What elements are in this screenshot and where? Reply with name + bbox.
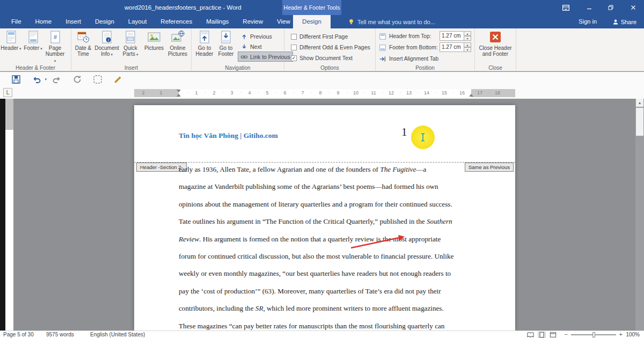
button-online-pictures[interactable]: Online Pictures — [166, 28, 189, 63]
document-canvas: Tin học Văn Phòng | Gitiho.com 1 Header … — [0, 99, 644, 330]
group-close: Close Header and Footer Close — [475, 28, 516, 71]
close-button[interactable] — [624, 0, 643, 15]
minimize-button[interactable] — [580, 0, 599, 15]
horizontal-ruler[interactable]: ·····················2112345678910111213… — [134, 89, 515, 97]
checkbox-label: Different First Page — [299, 33, 348, 40]
quick-access-toolbar: ▾ — [0, 72, 644, 87]
zoom-in-button[interactable]: + — [619, 331, 623, 338]
button-label: Quick Parts ▾ — [119, 45, 142, 57]
button-date-time[interactable]: Date & Time — [71, 28, 95, 63]
gofooter-icon — [219, 30, 233, 44]
zoom-level[interactable]: 100% — [626, 331, 640, 338]
button-go-to-header[interactable]: Go to Header — [194, 28, 215, 63]
button-header[interactable]: Header ▾ — [0, 28, 22, 63]
scroll-up-button[interactable]: ▲ — [636, 99, 643, 107]
tab-references[interactable]: References — [153, 15, 199, 28]
left-indent-marker[interactable] — [177, 94, 181, 97]
header-text[interactable]: Tin học Văn Phòng | Gitiho.com — [179, 131, 278, 140]
first-line-indent-marker[interactable] — [177, 90, 181, 92]
spin-up-button[interactable]: ▲ — [464, 42, 471, 47]
undo-button[interactable]: ▾ — [31, 74, 42, 85]
button-close-header-and-footer[interactable]: Close Header and Footer — [478, 28, 513, 63]
spin-down-button[interactable]: ▼ — [464, 47, 471, 52]
ruler-number: 3 — [230, 90, 233, 97]
zoom-out-button[interactable]: − — [565, 331, 568, 338]
button-insert-alignment-tab[interactable]: Insert Alignment Tab — [376, 53, 474, 64]
web-layout-view-button[interactable] — [549, 332, 557, 338]
tab-selector[interactable]: L — [3, 88, 12, 97]
vertical-scrollbar[interactable]: ▲ — [635, 99, 644, 330]
button-document-info[interactable]: iDocument Info ▾ — [95, 28, 119, 63]
refresh-button[interactable] — [72, 74, 83, 85]
ruler-number: 13 — [406, 90, 412, 97]
checkbox-different-odd-even-pages[interactable]: Different Odd & Even Pages — [284, 42, 375, 53]
ruler-number: 12 — [389, 90, 394, 97]
tab-layout[interactable]: Layout — [121, 15, 154, 28]
field-header-from-top: Header from Top:1.27 cm▲▼ — [376, 31, 474, 42]
aligntab-icon — [379, 55, 386, 63]
select-button[interactable] — [92, 74, 103, 85]
restore-button[interactable] — [601, 0, 620, 15]
spin-down-button[interactable]: ▼ — [464, 36, 471, 41]
language-indicator[interactable]: English (United States) — [90, 331, 145, 338]
ribbon: Header ▾Footer ▾#Page Number ▾ Header & … — [0, 28, 644, 71]
lightbulb-icon — [348, 18, 355, 25]
sign-in-link[interactable]: Sign in — [579, 15, 597, 28]
ruler-number: 10 — [353, 90, 358, 97]
redo-icon — [52, 74, 62, 85]
tab-insert[interactable]: Insert — [58, 15, 88, 28]
read-mode-view-button[interactable] — [526, 332, 535, 338]
word-count[interactable]: 9575 words — [46, 331, 74, 338]
body-line: early as 1936, Allen Tate, a fellow Agra… — [179, 161, 479, 178]
button-go-to-footer[interactable]: Go to Footer — [215, 28, 237, 63]
document-page[interactable]: Tin học Văn Phòng | Gitiho.com 1 Header … — [134, 105, 515, 330]
print-layout-view-button[interactable] — [538, 332, 546, 338]
button-label: Online Pictures — [166, 45, 189, 57]
red-annotation-arrow — [348, 230, 409, 252]
header-page-number[interactable]: 1 — [401, 126, 407, 139]
button-pictures[interactable]: Pictures — [142, 28, 166, 63]
tell-me-box[interactable]: Tell me what you want to do... — [348, 15, 435, 28]
page-indicator[interactable]: Page 5 of 30 — [3, 331, 34, 338]
ribbon-tab-row: FileHomeInsertDesignLayoutReferencesMail… — [0, 15, 644, 28]
dropdown-caret: ▾ — [18, 47, 21, 50]
checkbox-different-first-page[interactable]: Different First Page — [284, 31, 375, 42]
ruler-row: L ·····················21123456789101112… — [0, 87, 644, 99]
tab-home[interactable]: Home — [28, 15, 59, 28]
status-bar: Page 5 of 30 9575 words English (United … — [0, 330, 644, 338]
share-button[interactable]: Share — [612, 15, 636, 28]
redo-button[interactable] — [52, 74, 62, 85]
ruler-number: 11 — [371, 90, 376, 97]
restore-icon — [608, 4, 614, 11]
ribbon-display-options-icon — [561, 3, 570, 12]
scrollbar-thumb[interactable] — [636, 108, 643, 136]
field-value[interactable]: 1.27 cm — [440, 42, 464, 52]
ruler-number: 9 — [336, 90, 339, 97]
button-footer[interactable]: Footer ▾ — [22, 28, 44, 63]
checkbox-show-document-text[interactable]: ✓Show Document Text — [284, 53, 375, 63]
tab-review[interactable]: Review — [236, 15, 270, 28]
dropdown-caret: ▾ — [135, 53, 138, 56]
button-quick-parts[interactable]: Quick Parts ▾ — [119, 28, 142, 63]
ruler-number: 15 — [442, 90, 447, 97]
refresh-icon — [72, 74, 83, 85]
spin-up-button[interactable]: ▲ — [464, 31, 471, 36]
field-value[interactable]: 1.27 cm — [440, 31, 464, 41]
dropdown-caret: ▾ — [45, 77, 47, 82]
button-label: Next — [250, 43, 262, 50]
save-button[interactable] — [11, 74, 21, 85]
body-line: forum for continued critical discussion,… — [179, 248, 479, 265]
zoom-slider-thumb[interactable] — [592, 332, 595, 337]
save-icon — [11, 74, 21, 85]
tab-design[interactable]: Design — [88, 15, 121, 28]
ruler-number: 18 — [495, 90, 500, 97]
pen-button[interactable] — [113, 74, 123, 85]
button-label: Document Info ▾ — [94, 45, 119, 57]
tab-mailings[interactable]: Mailings — [199, 15, 236, 28]
button-page-number[interactable]: #Page Number ▾ — [44, 28, 66, 63]
tab-design-contextual[interactable]: Design — [293, 15, 331, 28]
body-line: magazine at Vanderbilt publishing some o… — [179, 178, 479, 195]
tab-file[interactable]: File — [4, 15, 28, 28]
zoom-slider[interactable] — [571, 334, 616, 335]
ribbon-display-options-button[interactable] — [561, 3, 570, 12]
